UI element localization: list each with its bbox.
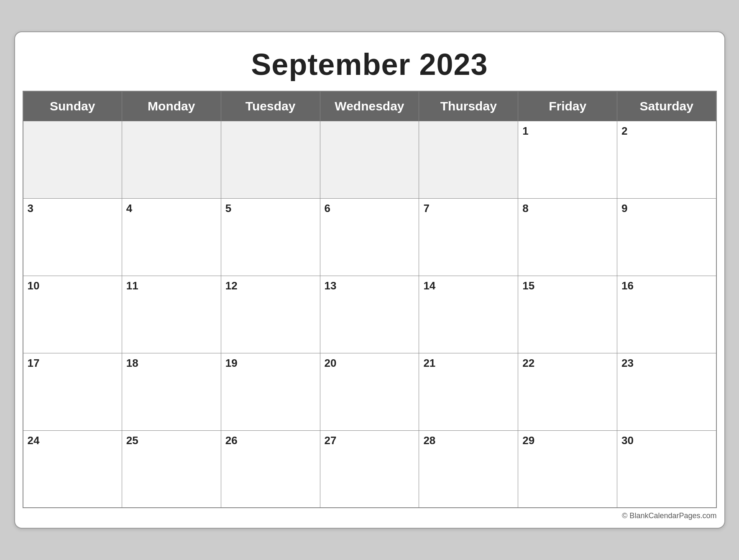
day-header-tuesday: Tuesday — [221, 91, 320, 121]
calendar-cell — [23, 121, 122, 198]
calendar-cell: 5 — [221, 198, 320, 276]
calendar-cell: 25 — [122, 430, 221, 508]
week-row-5: 24252627282930 — [23, 430, 716, 508]
week-row-2: 3456789 — [23, 198, 716, 276]
calendar-cell: 17 — [23, 353, 122, 430]
week-row-4: 17181920212223 — [23, 353, 716, 430]
calendar-cell: 6 — [320, 198, 419, 276]
day-header-thursday: Thursday — [419, 91, 518, 121]
calendar-cell: 14 — [419, 276, 518, 353]
calendar-cell: 22 — [518, 353, 617, 430]
calendar-cell: 7 — [419, 198, 518, 276]
calendar-title: September 2023 — [23, 40, 717, 91]
calendar-cell: 28 — [419, 430, 518, 508]
week-row-3: 10111213141516 — [23, 276, 716, 353]
calendar-cell: 29 — [518, 430, 617, 508]
day-header-wednesday: Wednesday — [320, 91, 419, 121]
days-header-row: SundayMondayTuesdayWednesdayThursdayFrid… — [23, 91, 716, 121]
calendar-cell: 27 — [320, 430, 419, 508]
calendar-cell: 3 — [23, 198, 122, 276]
calendar-cell — [221, 121, 320, 198]
calendar-cell: 21 — [419, 353, 518, 430]
calendar-cell: 1 — [518, 121, 617, 198]
calendar-cell — [320, 121, 419, 198]
calendar-cell: 4 — [122, 198, 221, 276]
calendar-body: 1234567891011121314151617181920212223242… — [23, 121, 716, 508]
calendar-cell: 11 — [122, 276, 221, 353]
calendar-cell: 2 — [617, 121, 716, 198]
calendar-cell: 24 — [23, 430, 122, 508]
calendar-cell: 19 — [221, 353, 320, 430]
day-header-monday: Monday — [122, 91, 221, 121]
calendar-cell: 8 — [518, 198, 617, 276]
week-row-1: 12 — [23, 121, 716, 198]
day-header-friday: Friday — [518, 91, 617, 121]
calendar-cell: 13 — [320, 276, 419, 353]
calendar-cell: 18 — [122, 353, 221, 430]
calendar-container: September 2023 SundayMondayTuesdayWednes… — [14, 31, 725, 529]
calendar-cell: 10 — [23, 276, 122, 353]
watermark: © BlankCalendarPages.com — [23, 508, 717, 520]
day-header-sunday: Sunday — [23, 91, 122, 121]
calendar-cell: 23 — [617, 353, 716, 430]
calendar-cell: 12 — [221, 276, 320, 353]
calendar-cell: 9 — [617, 198, 716, 276]
calendar-cell: 20 — [320, 353, 419, 430]
day-header-saturday: Saturday — [617, 91, 716, 121]
calendar-cell — [122, 121, 221, 198]
calendar-cell — [419, 121, 518, 198]
calendar-cell: 30 — [617, 430, 716, 508]
calendar-table: SundayMondayTuesdayWednesdayThursdayFrid… — [23, 91, 717, 509]
calendar-cell: 15 — [518, 276, 617, 353]
calendar-cell: 26 — [221, 430, 320, 508]
calendar-cell: 16 — [617, 276, 716, 353]
